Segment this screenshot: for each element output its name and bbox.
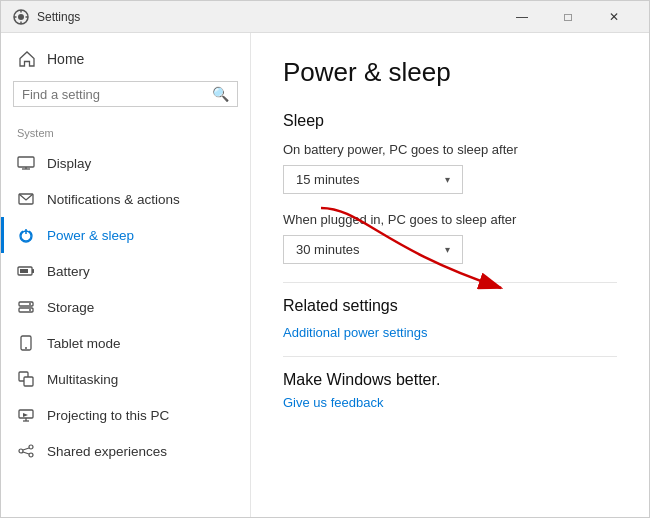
divider-2 <box>283 356 617 357</box>
display-icon <box>17 154 35 172</box>
titlebar: Settings — □ ✕ <box>1 1 649 33</box>
page-title: Power & sleep <box>283 57 617 88</box>
storage-icon <box>17 298 35 316</box>
titlebar-title: Settings <box>37 10 499 24</box>
svg-line-30 <box>23 448 29 450</box>
make-windows-title: Make Windows better. <box>283 371 617 389</box>
close-button[interactable]: ✕ <box>591 1 637 33</box>
sidebar-item-projecting[interactable]: Projecting to this PC <box>1 397 250 433</box>
svg-rect-14 <box>32 269 34 273</box>
sidebar: Home 🔍 System Display <box>1 33 251 517</box>
plugged-sleep-arrow: ▾ <box>445 244 450 255</box>
svg-point-28 <box>29 445 33 449</box>
tablet-icon <box>17 334 35 352</box>
power-icon <box>17 226 35 244</box>
svg-point-18 <box>29 309 31 311</box>
sidebar-item-power-label: Power & sleep <box>47 228 134 243</box>
battery-icon <box>17 262 35 280</box>
sidebar-item-tablet[interactable]: Tablet mode <box>1 325 250 361</box>
related-settings-title: Related settings <box>283 297 617 315</box>
sidebar-item-storage[interactable]: Storage <box>1 289 250 325</box>
plugged-sleep-dropdown[interactable]: 30 minutes ▾ <box>283 235 463 264</box>
battery-sleep-dropdown[interactable]: 15 minutes ▾ <box>283 165 463 194</box>
svg-rect-13 <box>20 269 28 273</box>
battery-sleep-value: 15 minutes <box>296 172 360 187</box>
sidebar-item-shared-label: Shared experiences <box>47 444 167 459</box>
home-label: Home <box>47 51 84 67</box>
sidebar-item-projecting-label: Projecting to this PC <box>47 408 169 423</box>
sidebar-item-display[interactable]: Display <box>1 145 250 181</box>
svg-rect-23 <box>19 410 33 418</box>
sidebar-item-battery[interactable]: Battery <box>1 253 250 289</box>
maximize-button[interactable]: □ <box>545 1 591 33</box>
sidebar-item-display-label: Display <box>47 156 91 171</box>
sleep-section-title: Sleep <box>283 112 617 130</box>
svg-marker-26 <box>23 413 28 417</box>
multitasking-icon <box>17 370 35 388</box>
search-input[interactable] <box>22 87 212 102</box>
svg-point-27 <box>19 449 23 453</box>
battery-sleep-arrow: ▾ <box>445 174 450 185</box>
sidebar-item-battery-label: Battery <box>47 264 90 279</box>
battery-sleep-label: On battery power, PC goes to sleep after <box>283 142 617 157</box>
sidebar-item-storage-label: Storage <box>47 300 94 315</box>
settings-window: Settings — □ ✕ Home 🔍 System <box>0 0 650 518</box>
home-icon <box>17 49 37 69</box>
search-box[interactable]: 🔍 <box>13 81 238 107</box>
main-content: Power & sleep Sleep On battery power, PC… <box>251 33 649 517</box>
plugged-sleep-value: 30 minutes <box>296 242 360 257</box>
feedback-link[interactable]: Give us feedback <box>283 395 617 410</box>
svg-point-17 <box>29 303 31 305</box>
svg-point-20 <box>25 347 27 349</box>
search-icon: 🔍 <box>212 86 229 102</box>
shared-icon <box>17 442 35 460</box>
plugged-sleep-label: When plugged in, PC goes to sleep after <box>283 212 617 227</box>
svg-point-29 <box>29 453 33 457</box>
svg-rect-22 <box>24 377 33 386</box>
sidebar-item-multitasking-label: Multitasking <box>47 372 118 387</box>
window-content: Home 🔍 System Display <box>1 33 649 517</box>
svg-rect-6 <box>18 157 34 167</box>
svg-line-31 <box>23 452 29 454</box>
sidebar-section-label: System <box>1 119 250 145</box>
sidebar-item-notifications-label: Notifications & actions <box>47 192 180 207</box>
svg-point-1 <box>18 14 24 20</box>
minimize-button[interactable]: — <box>499 1 545 33</box>
sidebar-item-power[interactable]: Power & sleep <box>1 217 250 253</box>
notifications-icon <box>17 190 35 208</box>
sidebar-home[interactable]: Home <box>1 33 250 77</box>
sidebar-item-tablet-label: Tablet mode <box>47 336 121 351</box>
sidebar-item-multitasking[interactable]: Multitasking <box>1 361 250 397</box>
titlebar-controls: — □ ✕ <box>499 1 637 33</box>
divider-1 <box>283 282 617 283</box>
additional-power-link[interactable]: Additional power settings <box>283 325 617 340</box>
titlebar-icon <box>13 9 29 25</box>
sidebar-item-shared[interactable]: Shared experiences <box>1 433 250 469</box>
sidebar-item-notifications[interactable]: Notifications & actions <box>1 181 250 217</box>
projecting-icon <box>17 406 35 424</box>
